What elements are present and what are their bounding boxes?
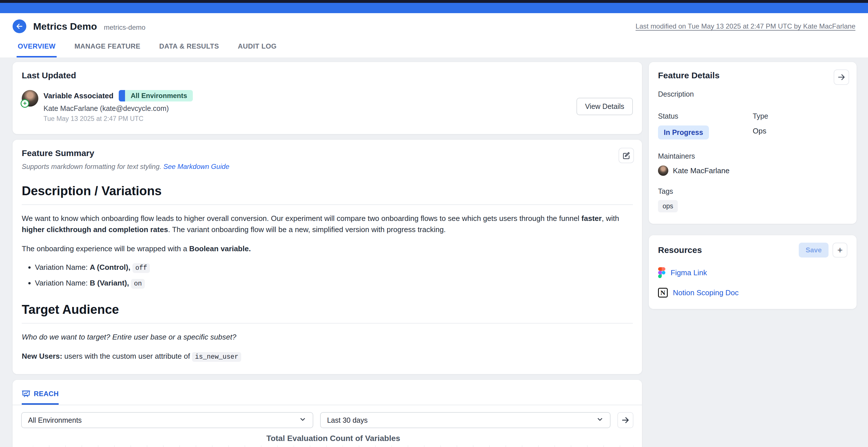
notion-link[interactable]: Notion Scoping Doc — [673, 288, 739, 297]
code-chip: off — [132, 263, 150, 273]
figma-icon — [658, 267, 665, 278]
save-button[interactable]: Save — [799, 243, 829, 257]
tab-audit-log[interactable]: AUDIT LOG — [237, 41, 278, 58]
top-dark-bar — [0, 0, 868, 3]
date-range-select-value: Last 30 days — [327, 416, 368, 424]
variation-item-variant: Variation Name: B (Variant), on — [35, 277, 633, 289]
chevron-down-icon — [299, 416, 306, 425]
event-user: Kate MacFarlane (kate@devcycle.com) — [43, 104, 193, 113]
tab-manage-feature[interactable]: MANAGE FEATURE — [73, 41, 141, 58]
status-label: Status — [658, 112, 753, 120]
tab-data-results[interactable]: DATA & RESULTS — [158, 41, 220, 58]
event-timestamp: Tue May 13 2025 at 2:47 PM UTC — [43, 115, 193, 123]
tab-overview[interactable]: OVERVIEW — [17, 41, 57, 58]
code-chip: on — [131, 279, 145, 289]
arrow-right-icon — [621, 416, 630, 424]
resource-row: N Notion Scoping Doc — [658, 288, 847, 298]
last-updated-card: Last Updated + Variable Associated All E… — [12, 62, 642, 134]
edit-summary-button[interactable] — [619, 148, 634, 163]
page-header: Metrics Demo metrics-demo Last modified … — [0, 13, 868, 58]
apply-filters-button[interactable] — [617, 412, 633, 428]
top-blue-bar — [0, 3, 868, 13]
type-value: Ops — [753, 127, 847, 135]
back-button[interactable] — [12, 20, 26, 33]
event-name: Variable Associated — [43, 92, 114, 100]
feature-details-title: Feature Details — [658, 71, 847, 80]
tags-label: Tags — [658, 187, 847, 196]
evaluation-chart: 600500400 — [33, 445, 634, 447]
environment-badge: All Environments — [119, 90, 193, 101]
view-details-button[interactable]: View Details — [577, 98, 633, 115]
maintainer-row: Kate MacFarlane — [658, 166, 847, 176]
environment-select[interactable]: All Environments — [21, 412, 313, 428]
md-paragraph-target-question: Who do we want to target? Entire user ba… — [22, 332, 633, 343]
resource-row: Figma Link — [658, 267, 847, 278]
figma-link[interactable]: Figma Link — [671, 268, 707, 277]
status-badge: In Progress — [658, 126, 709, 139]
code-chip: is_new_user — [192, 352, 241, 362]
last-updated-title: Last Updated — [22, 71, 633, 80]
notion-icon: N — [658, 288, 668, 298]
feature-summary-title: Feature Summary — [22, 148, 633, 158]
chevron-down-icon — [596, 416, 603, 425]
md-paragraph-new-users: New Users: users with the custom user at… — [22, 351, 633, 363]
open-feature-details-button[interactable] — [834, 69, 849, 85]
arrow-left-icon — [16, 23, 23, 30]
tab-reach[interactable]: REACH — [22, 389, 59, 405]
last-modified-text: Last modified on Tue May 13 2025 at 2:47… — [636, 22, 856, 30]
maintainers-label: Maintainers — [658, 152, 847, 160]
variation-item-control: Variation Name: A (Control), off — [35, 262, 633, 274]
tab-reach-label: REACH — [34, 390, 59, 398]
type-label: Type — [753, 112, 847, 120]
markdown-hint: Supports markdown formatting for text st… — [22, 163, 163, 170]
chart-title: Total Evaluation Count of Variables — [33, 434, 634, 443]
maintainer-name: Kate MacFarlane — [673, 166, 730, 175]
md-paragraph-boolean: The onboarding experience will be wrappe… — [22, 243, 633, 254]
edit-pencil-icon — [622, 151, 630, 160]
feature-details-card: Feature Details Description Status In Pr… — [649, 62, 857, 224]
date-range-select[interactable]: Last 30 days — [320, 412, 611, 428]
chart-board-icon — [22, 389, 30, 398]
environment-badge-accent — [119, 90, 125, 101]
feature-key: metrics-demo — [104, 24, 145, 31]
md-heading-description-variations: Description / Variations — [22, 184, 633, 205]
environment-badge-label: All Environments — [125, 90, 193, 101]
md-paragraph-experiment: We want to know which onboarding flow le… — [22, 213, 633, 235]
variation-list: Variation Name: A (Control), off Variati… — [22, 262, 633, 289]
add-resource-button[interactable]: + — [833, 243, 847, 257]
resources-card: Resources Save + Figma Link — [649, 235, 857, 309]
description-label: Description — [658, 90, 847, 98]
avatar — [658, 166, 668, 176]
environment-select-value: All Environments — [28, 416, 82, 424]
plus-badge-icon: + — [21, 99, 29, 108]
tag-chip: ops — [658, 200, 678, 212]
feature-summary-card: Feature Summary Supports markdown format… — [12, 140, 642, 374]
tab-bar: OVERVIEW MANAGE FEATURE DATA & RESULTS A… — [12, 41, 856, 58]
reach-card: REACH All Environments Last 30 days — [12, 380, 642, 447]
see-markdown-guide-link[interactable]: See Markdown Guide — [163, 163, 229, 170]
reach-chart-svg — [33, 445, 634, 447]
md-heading-target-audience: Target Audience — [22, 302, 633, 323]
page-title: Metrics Demo — [33, 21, 97, 32]
arrow-right-icon — [837, 73, 846, 81]
resources-title: Resources — [658, 245, 702, 255]
